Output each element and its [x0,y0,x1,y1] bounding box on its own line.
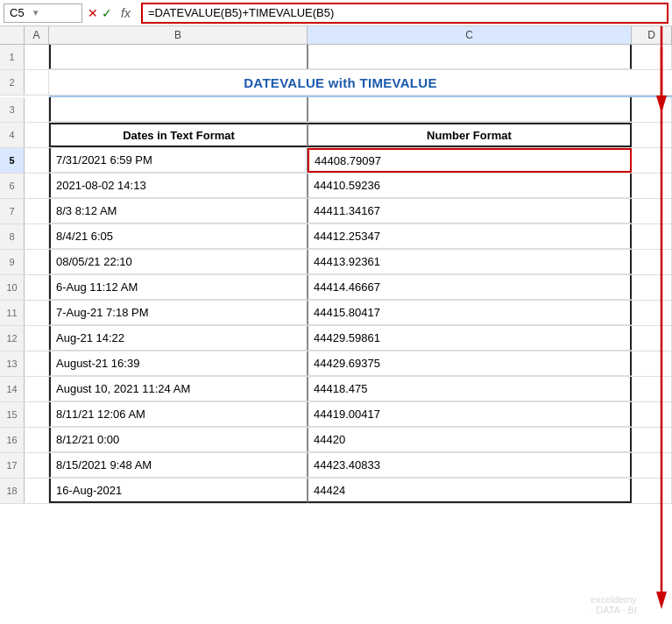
cell-b10[interactable]: 6-Aug 11:12 AM [49,275,308,300]
cell-c3[interactable] [308,97,632,122]
row-num-5[interactable]: 5 [0,148,25,173]
row-num-11[interactable]: 11 [0,301,25,325]
row-num-13[interactable]: 13 [0,351,25,376]
cell-b13[interactable]: August-21 16:39 [49,351,308,376]
cell-c18[interactable]: 44424 [308,479,632,503]
row-num-14[interactable]: 14 [0,377,25,401]
cell-d5[interactable] [632,148,672,173]
row-num-4[interactable]: 4 [0,123,25,147]
row-num-1[interactable]: 1 [0,45,25,69]
cell-a6[interactable] [25,174,49,198]
cell-reference-box[interactable]: C5 ▼ [4,4,82,23]
cell-c12[interactable]: 44429.59861 [308,326,632,351]
cell-a14[interactable] [25,377,49,401]
row-num-7[interactable]: 7 [0,199,25,223]
cell-c17[interactable]: 44423.40833 [308,453,632,478]
cell-d3[interactable] [632,97,672,122]
row-num-15[interactable]: 15 [0,402,25,427]
row-num-8[interactable]: 8 [0,224,25,249]
cell-d4[interactable] [632,123,672,147]
row-num-17[interactable]: 17 [0,453,25,478]
cell-d6[interactable] [632,174,672,198]
cell-a3[interactable] [25,97,49,122]
cell-a18[interactable] [25,479,49,503]
cell-c6[interactable]: 44410.59236 [308,174,632,198]
cell-b8[interactable]: 8/4/21 6:05 [49,224,308,249]
cell-c8[interactable]: 44412.25347 [308,224,632,249]
grid-row-9: 908/05/21 22:1044413.92361 [0,250,672,275]
cell-b14[interactable]: August 10, 2021 11:24 AM [49,377,308,401]
cell-b7[interactable]: 8/3 8:12 AM [49,199,308,223]
cell-b16[interactable]: 8/12/21 0:00 [49,428,308,452]
cell-d12[interactable] [632,326,672,351]
cell-b4[interactable]: Dates in Text Format [49,123,308,147]
cell-d14[interactable] [632,377,672,401]
cell-b12[interactable]: Aug-21 14:22 [49,326,308,351]
cell-c15[interactable]: 44419.00417 [308,402,632,427]
cell-d9[interactable] [632,250,672,274]
col-header-b[interactable]: B [49,26,308,44]
cell-a12[interactable] [25,326,49,351]
row-num-2[interactable]: 2 [0,70,25,95]
cell-b11[interactable]: 7-Aug-21 7:18 PM [49,301,308,325]
cell-d13[interactable] [632,351,672,376]
cell-c14[interactable]: 44418.475 [308,377,632,401]
cell-a1[interactable] [25,45,49,69]
cell-d7[interactable] [632,199,672,223]
cell-a16[interactable] [25,428,49,452]
cell-b5[interactable]: 7/31/2021 6:59 PM [49,148,308,173]
row-num-3[interactable]: 3 [0,97,25,122]
row-num-9[interactable]: 9 [0,250,25,274]
row-num-12[interactable]: 12 [0,326,25,351]
cell-b17[interactable]: 8/15/2021 9:48 AM [49,453,308,478]
cell-c7[interactable]: 44411.34167 [308,199,632,223]
col-header-c[interactable]: C [308,26,632,44]
cell-c11[interactable]: 44415.80417 [308,301,632,325]
cell-a4[interactable] [25,123,49,147]
row-num-16[interactable]: 16 [0,428,25,452]
cell-b6[interactable]: 2021-08-02 14:13 [49,174,308,198]
dropdown-arrow-icon[interactable]: ▼ [32,8,40,18]
cell-b18[interactable]: 16-Aug-2021 [49,479,308,503]
cell-a8[interactable] [25,224,49,249]
cell-b3[interactable] [49,97,308,122]
cell-b9[interactable]: 08/05/21 22:10 [49,250,308,274]
cell-a15[interactable] [25,402,49,427]
cell-d18[interactable] [632,479,672,503]
cell-a5[interactable] [25,148,49,173]
cell-c13[interactable]: 44429.69375 [308,351,632,376]
formula-input[interactable]: =DATEVALUE(B5)+TIMEVALUE(B5) [141,3,668,24]
cell-d15[interactable] [632,402,672,427]
cell-d8[interactable] [632,224,672,249]
cell-c4[interactable]: Number Format [308,123,632,147]
cancel-icon[interactable]: ✕ [88,6,98,20]
confirm-icon[interactable]: ✓ [102,6,112,20]
row-num-6[interactable]: 6 [0,174,25,198]
cell-c9[interactable]: 44413.92361 [308,250,632,274]
cell-b2[interactable]: DATEVALUE with TIMEVALUE [49,70,632,95]
cell-a9[interactable] [25,250,49,274]
cell-d1[interactable] [632,45,672,69]
col-header-d[interactable]: D [632,26,672,44]
cell-c5[interactable]: 44408.79097 [308,148,632,173]
cell-d17[interactable] [632,453,672,478]
cell-c1[interactable] [308,45,632,69]
cell-a13[interactable] [25,351,49,376]
cell-a17[interactable] [25,453,49,478]
cell-d11[interactable] [632,301,672,325]
row-num-18[interactable]: 18 [0,479,25,503]
grid-row-18: 1816-Aug-202144424 [0,479,672,504]
col-header-a[interactable]: A [25,26,49,44]
cell-d16[interactable] [632,428,672,452]
row-num-10[interactable]: 10 [0,275,25,300]
cell-a2[interactable] [25,70,49,95]
cell-b1[interactable] [49,45,308,69]
cell-c10[interactable]: 44414.46667 [308,275,632,300]
cell-a11[interactable] [25,301,49,325]
cell-c16[interactable]: 44420 [308,428,632,452]
grid-row-17: 178/15/2021 9:48 AM44423.40833 [0,453,672,479]
cell-b15[interactable]: 8/11/21 12:06 AM [49,402,308,427]
cell-a10[interactable] [25,275,49,300]
cell-a7[interactable] [25,199,49,223]
cell-d10[interactable] [632,275,672,300]
